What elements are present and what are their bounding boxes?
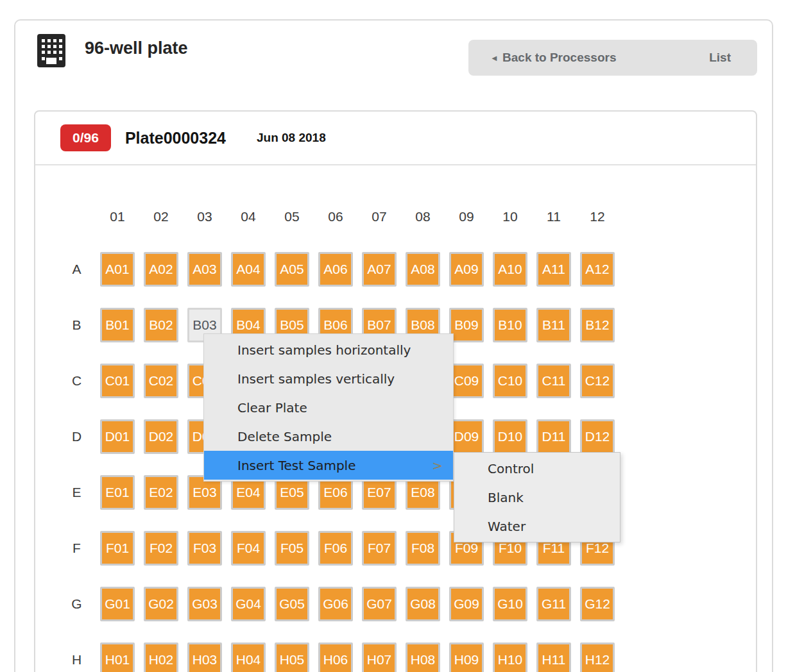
well-b09[interactable]: B09 (449, 308, 484, 342)
menu-item-delete-sample[interactable]: Delete Sample (204, 422, 453, 451)
column-header-08: 08 (406, 203, 440, 231)
submenu-item-blank[interactable]: Blank (454, 483, 620, 512)
well-a10[interactable]: A10 (493, 252, 527, 287)
submenu-item-control[interactable]: Control (454, 454, 620, 483)
well-f04[interactable]: F04 (231, 531, 266, 566)
column-header-10: 10 (493, 203, 527, 231)
menu-item-insert-samples-horizontally[interactable]: Insert samples horizontally (204, 335, 453, 364)
column-header-01: 01 (100, 203, 135, 231)
well-h08[interactable]: H08 (406, 643, 440, 672)
well-d12[interactable]: D12 (580, 419, 615, 454)
plate-date: Jun 08 2018 (257, 131, 326, 145)
well-f06[interactable]: F06 (318, 531, 353, 566)
well-b12[interactable]: B12 (580, 308, 615, 342)
well-a06[interactable]: A06 (318, 252, 353, 287)
well-c10[interactable]: C10 (493, 364, 527, 398)
well-g09[interactable]: G09 (449, 587, 484, 621)
list-button[interactable]: List (709, 51, 731, 65)
column-header-12: 12 (580, 203, 615, 231)
well-d10[interactable]: D10 (493, 419, 527, 454)
grid-corner (62, 203, 91, 231)
well-c01[interactable]: C01 (100, 364, 135, 398)
well-g07[interactable]: G07 (362, 587, 397, 621)
row-label-e: E (62, 475, 91, 510)
well-f03[interactable]: F03 (187, 531, 222, 566)
well-c02[interactable]: C02 (144, 364, 178, 398)
well-b11[interactable]: B11 (536, 308, 571, 342)
well-f05[interactable]: F05 (275, 531, 309, 566)
column-header-02: 02 (144, 203, 178, 231)
well-c11[interactable]: C11 (536, 364, 571, 398)
menu-item-label: Insert samples vertically (237, 371, 395, 387)
well-h12[interactable]: H12 (580, 643, 615, 672)
menu-item-clear-plate[interactable]: Clear Plate (204, 393, 453, 422)
well-h03[interactable]: H03 (187, 643, 222, 672)
row-label-a: A (62, 252, 91, 287)
well-a11[interactable]: A11 (536, 252, 571, 287)
well-d02[interactable]: D02 (144, 419, 178, 454)
row-label-g: G (62, 587, 91, 621)
well-a12[interactable]: A12 (580, 252, 615, 287)
well-b10[interactable]: B10 (493, 308, 527, 342)
back-to-processors-label: Back to Processors (502, 51, 616, 65)
well-h02[interactable]: H02 (144, 643, 178, 672)
well-a09[interactable]: A09 (449, 252, 484, 287)
menu-item-insert-test-sample[interactable]: Insert Test Sample> (204, 451, 453, 480)
window-header: 96-well plate ◂ Back to Processors List (15, 21, 772, 91)
well-h04[interactable]: H04 (231, 643, 266, 672)
well-b01[interactable]: B01 (100, 308, 135, 342)
well-f08[interactable]: F08 (406, 531, 440, 566)
well-b02[interactable]: B02 (144, 308, 178, 342)
back-arrow-icon: ◂ (492, 53, 497, 63)
well-d11[interactable]: D11 (536, 419, 571, 454)
well-f01[interactable]: F01 (100, 531, 135, 566)
well-c12[interactable]: C12 (580, 364, 615, 398)
well-d09[interactable]: D09 (449, 419, 484, 454)
well-a07[interactable]: A07 (362, 252, 397, 287)
column-header-06: 06 (318, 203, 353, 231)
back-to-processors-button[interactable]: ◂ Back to Processors (492, 51, 616, 65)
well-g01[interactable]: G01 (100, 587, 135, 621)
well-d01[interactable]: D01 (100, 419, 135, 454)
well-c09[interactable]: C09 (449, 364, 484, 398)
well-e01[interactable]: E01 (100, 475, 135, 510)
column-header-07: 07 (362, 203, 397, 231)
well-a02[interactable]: A02 (144, 252, 178, 287)
well-h09[interactable]: H09 (449, 643, 484, 672)
column-header-03: 03 (187, 203, 222, 231)
well-g11[interactable]: G11 (536, 587, 571, 621)
well-e02[interactable]: E02 (144, 475, 178, 510)
well-g08[interactable]: G08 (406, 587, 440, 621)
well-g05[interactable]: G05 (275, 587, 309, 621)
well-f07[interactable]: F07 (362, 531, 397, 566)
well-h05[interactable]: H05 (275, 643, 309, 672)
well-g12[interactable]: G12 (580, 587, 615, 621)
well-a08[interactable]: A08 (406, 252, 440, 287)
well-h11[interactable]: H11 (536, 643, 571, 672)
well-a04[interactable]: A04 (231, 252, 266, 287)
menu-item-label: Insert samples horizontally (237, 342, 411, 358)
well-a01[interactable]: A01 (100, 252, 135, 287)
well-a03[interactable]: A03 (187, 252, 222, 287)
submenu-arrow-icon: > (432, 458, 443, 473)
submenu-item-water[interactable]: Water (454, 512, 620, 541)
well-g03[interactable]: G03 (187, 587, 222, 621)
menu-item-insert-samples-vertically[interactable]: Insert samples vertically (204, 364, 453, 393)
column-header-11: 11 (536, 203, 571, 231)
well-h07[interactable]: H07 (362, 643, 397, 672)
well-g02[interactable]: G02 (144, 587, 178, 621)
context-menu: Insert samples horizontallyInsert sample… (203, 333, 454, 482)
well-a05[interactable]: A05 (275, 252, 309, 287)
well-h06[interactable]: H06 (318, 643, 353, 672)
well-g04[interactable]: G04 (231, 587, 266, 621)
well-h01[interactable]: H01 (100, 643, 135, 672)
list-label: List (709, 51, 731, 65)
well-h10[interactable]: H10 (493, 643, 527, 672)
page-title: 96-well plate (85, 38, 188, 58)
row-label-d: D (62, 419, 91, 454)
well-g10[interactable]: G10 (493, 587, 527, 621)
well-g06[interactable]: G06 (318, 587, 353, 621)
well-f02[interactable]: F02 (144, 531, 178, 566)
row-label-h: H (62, 643, 91, 672)
row-label-b: B (62, 308, 91, 342)
